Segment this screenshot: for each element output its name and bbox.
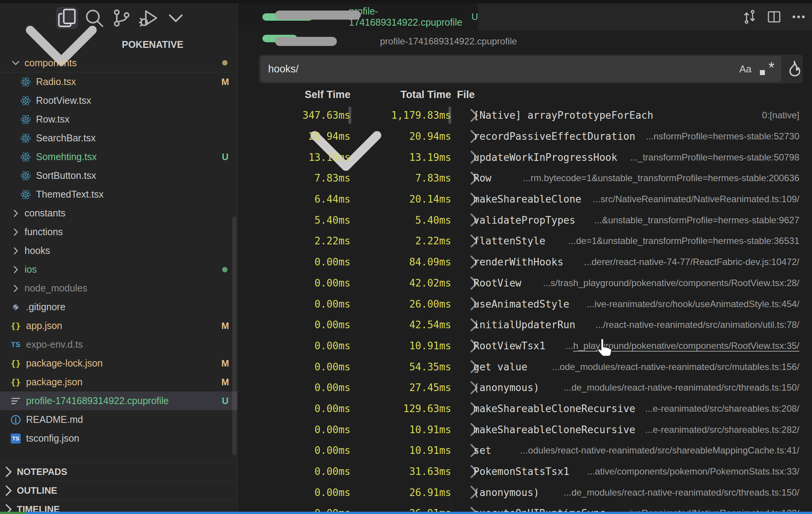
tree-item-searchbar-tsx[interactable]: SearchBar.tsx [0, 129, 237, 147]
profile-table-row[interactable]: 0.00ms26.91msexecuteOnUIRuntimeSync...iv… [238, 503, 812, 512]
profile-table-row[interactable]: 0.00ms42.02msRootView...s/trash_playgrou… [238, 273, 812, 294]
tree-item-rootview-tsx[interactable]: RootView.tsx [0, 91, 237, 110]
tree-item-components[interactable]: components [0, 54, 237, 72]
file-link[interactable]: ..._transformProfile=hermes-stable:50798 [630, 147, 799, 168]
file-link[interactable]: .../react-native-reanimated/src/animatio… [596, 314, 799, 336]
tree-item-tsconfig-json[interactable]: TStsconfig.json [0, 429, 237, 448]
file-link[interactable]: ...iveReanimated/NativeReanimated.ts:123… [622, 503, 799, 512]
profile-table-row[interactable]: 0.00ms26.00msuseAnimatedStyle...ive-rean… [238, 293, 812, 314]
file-link[interactable]: ...e-reanimated/src/shareables.ts:208/ [645, 398, 799, 419]
tree-item-row-tsx[interactable]: Row.tsx [0, 110, 237, 129]
profile-table-row[interactable]: 0.00ms54.35msget value...ode_modules/rea… [238, 356, 812, 377]
filter-value: hooks/ [268, 63, 299, 75]
profile-table-row[interactable]: 0.00ms10.91msRootViewTsx1...h_playground… [238, 336, 812, 357]
project-header[interactable]: POKENATIVE [0, 36, 237, 53]
chevron-down-icon [165, 7, 187, 29]
file-link[interactable]: ...e-reanimated/src/shareables.ts:282/ [645, 419, 799, 440]
file-link[interactable]: ...de=1&unstable_transformProfile=hermes… [568, 231, 799, 252]
tree-item-label: ios [25, 264, 37, 275]
profile-table-row[interactable]: 0.00ms31.63msPokemonStatsTsx1...ative/co… [238, 461, 812, 482]
total-time-cell: 42.02ms [365, 273, 451, 294]
file-link[interactable]: ...nsformProfile=hermes-stable:52730 [646, 126, 799, 147]
total-time-cell: 26.00ms [365, 293, 451, 314]
breadcrumb[interactable]: profile-1741689314922.cpuprofile [238, 30, 812, 52]
open-changes-icon[interactable] [742, 9, 758, 25]
profile-table-row[interactable]: 0.00ms10.91msset...odules/react-native-r… [238, 440, 812, 461]
git-badge-u: U [220, 152, 231, 162]
tree-item-label: package.json [26, 376, 82, 388]
file-link[interactable]: ...de_modules/react-native-reanimated/sr… [564, 377, 799, 398]
tree-item-hooks[interactable]: hooks [0, 241, 237, 260]
profile-table-row[interactable]: 5.40ms5.40msvalidatePropTypes...&unstabl… [238, 210, 812, 231]
run-debug-icon[interactable] [138, 7, 160, 29]
profile-table-row[interactable]: 0.00ms27.45ms(anonymous)...de_modules/re… [238, 377, 812, 398]
tree-item-somehting-tsx[interactable]: Somehting.tsxU [0, 147, 237, 166]
header-file[interactable]: File [457, 89, 475, 101]
file-link[interactable]: ...ode_modules/react-native-reanimated/s… [552, 356, 799, 377]
git-status-dot [222, 267, 228, 272]
tree-item-readme-md[interactable]: README.md [0, 410, 237, 429]
tree-item-profile-1741689314922-cpuprofile[interactable]: profile-1741689314922.cpuprofileU [0, 391, 237, 410]
function-name: updateWorkInProgressHook [473, 147, 617, 168]
file-link[interactable]: ...de_modules/react-native-reanimated/sr… [564, 482, 799, 503]
tree-item-package-json[interactable]: {}package.jsonM [0, 373, 237, 391]
file-link[interactable]: ...rm.bytecode=1&unstable_transformProfi… [523, 168, 799, 189]
tree-item-functions[interactable]: functions [0, 223, 237, 241]
tree-item-app-json[interactable]: {}app.jsonM [0, 316, 237, 335]
panel-label: OUTLINE [17, 485, 57, 496]
file-link[interactable]: ...h_playground/pokenative/components/Ro… [565, 336, 799, 357]
profile-table-row[interactable]: 347.63ms1,179.83ms[Native] arrayPrototyp… [238, 105, 812, 126]
match-case-icon[interactable]: Aa [739, 63, 751, 75]
filter-bar: hooks/ Aa * [259, 54, 803, 83]
panel-outline[interactable]: OUTLINE [0, 481, 237, 500]
profile-table-row[interactable]: 2.22ms2.22msflattenStyle...de=1&unstable… [238, 231, 812, 252]
tree-item-ios[interactable]: ios [0, 260, 237, 279]
function-name: PokemonStatsTsx1 [473, 461, 569, 482]
function-name: useAnimatedStyle [473, 293, 569, 314]
tree-item-gitignore[interactable]: .gitignore [0, 298, 237, 316]
file-link[interactable]: ...src/NativeReanimated/NativeReanimated… [593, 189, 799, 210]
panel-timeline[interactable]: TIMELINE [0, 500, 237, 512]
tree-item-radio-tsx[interactable]: Radio.tsxM [0, 72, 237, 91]
filter-input[interactable]: hooks/ Aa * [260, 56, 781, 82]
tree-item-constants[interactable]: constants [0, 204, 237, 223]
tree-item-themedtext-tsx[interactable]: ThemedText.tsx [0, 185, 237, 204]
editor-actions [742, 3, 807, 30]
tree-item-package-lock-json[interactable]: {}package-lock.jsonM [0, 354, 237, 373]
json-icon: {} [10, 321, 21, 331]
more-views-button[interactable] [165, 7, 187, 29]
regex-icon[interactable]: * [759, 61, 774, 77]
profile-table-row[interactable]: 6.44ms20.14msmakeShareableClone...src/Na… [238, 189, 812, 210]
file-link[interactable]: ...&unstable_transformProfile=hermes-sta… [594, 210, 799, 231]
tree-item-node-modules[interactable]: node_modules [0, 279, 237, 298]
function-name: initialUpdaterRun [473, 314, 575, 336]
tree-item-expo-env-d-ts[interactable]: TSexpo-env.d.ts [0, 335, 237, 354]
profile-table-row[interactable]: 0.00ms42.54msinitialUpdaterRun.../react-… [238, 314, 812, 336]
self-time-cell: 6.44ms [254, 189, 350, 210]
profile-table-row[interactable]: 13.19ms13.19msupdateWorkInProgressHook..… [238, 147, 812, 168]
split-editor-icon[interactable] [766, 9, 782, 25]
tree-item-sortbutton-tsx[interactable]: SortButton.tsx [0, 166, 237, 185]
info-icon [10, 414, 21, 426]
profile-table-row[interactable]: 0.00ms10.91msmakeShareableCloneRecursive… [238, 419, 812, 440]
flame-graph-icon[interactable] [784, 59, 804, 79]
chevron-right-icon [10, 283, 21, 294]
self-time-cell: 0.00ms [254, 419, 350, 440]
react-icon [20, 95, 31, 106]
profile-table-row[interactable]: 20.94ms20.94msrecordPassiveEffectDuratio… [238, 126, 812, 147]
header-total-time[interactable]: Total Time [365, 89, 451, 101]
more-actions-icon[interactable] [791, 9, 807, 25]
profile-table-row[interactable]: 7.83ms7.83msRow...rm.bytecode=1&unstable… [238, 168, 812, 189]
file-link[interactable]: 0:[native] [762, 105, 799, 126]
file-link[interactable]: ...ative/components/pokemon/PokemonStats… [587, 461, 799, 482]
profile-table-row[interactable]: 0.00ms26.91ms(anonymous)...de_modules/re… [238, 482, 812, 503]
sidebar-scrollbar[interactable] [232, 216, 237, 455]
header-self-time[interactable]: Self Time [254, 89, 350, 101]
profile-table-row[interactable]: 0.00ms129.63msmakeShareableCloneRecursiv… [238, 398, 812, 419]
file-link[interactable]: ...derer/react-native-74-77/ReactFabric-… [584, 252, 800, 273]
profile-table-row[interactable]: 0.00ms84.09msrenderWithHooks...derer/rea… [238, 252, 812, 273]
file-link[interactable]: ...s/trash_playground/pokenative/compone… [543, 273, 799, 294]
panel-notepads[interactable]: NOTEPADS [0, 462, 237, 481]
file-link[interactable]: ...odules/react-native-reanimated/src/sh… [521, 440, 799, 461]
file-link[interactable]: ...ive-reanimated/src/hook/useAnimatedSt… [587, 293, 799, 314]
